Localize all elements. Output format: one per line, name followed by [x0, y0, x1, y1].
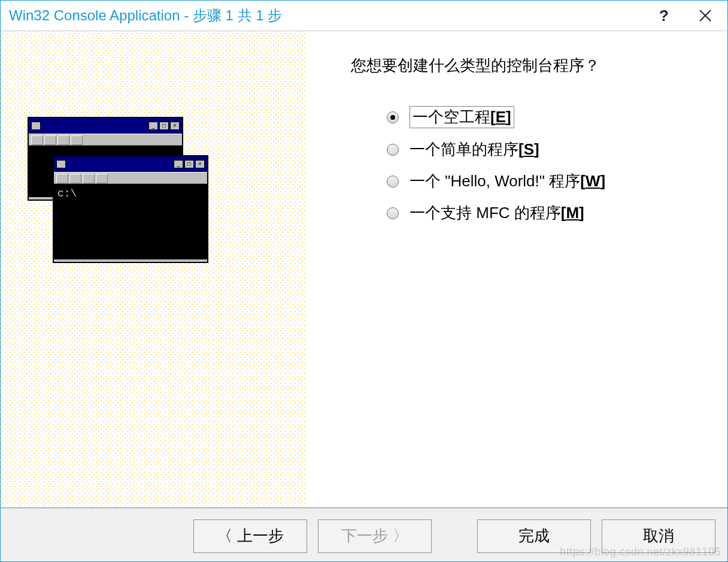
radio-indicator: [387, 176, 399, 188]
cancel-button[interactable]: 取消: [602, 519, 715, 553]
finish-button[interactable]: 完成: [477, 519, 591, 553]
window-controls: ?: [659, 8, 723, 23]
radio-option-empty[interactable]: 一个空工程[E]: [387, 106, 715, 128]
radio-label: 一个简单的程序[S]: [410, 139, 539, 160]
radio-option-simple[interactable]: 一个简单的程序[S]: [387, 139, 715, 160]
wizard-footer: 〈 上一步 下一步 〉 完成 取消 https://blog.csdn.net/…: [1, 508, 727, 562]
wizard-question: 您想要创建什么类型的控制台程序？: [351, 55, 715, 76]
titlebar: Win32 Console Application - 步骤 1 共 1 步 ?: [1, 1, 727, 31]
project-type-radio-group: 一个空工程[E] 一个简单的程序[S] 一个 "Hello, World!" 程…: [351, 106, 715, 223]
radio-label: 一个 "Hello, World!" 程序[W]: [410, 171, 605, 192]
help-button[interactable]: ?: [659, 8, 669, 23]
wizard-content: _□× _□× c:\ 您想要创建什么类型的控制台程序？ 一个空工程[E]: [1, 31, 727, 507]
back-button[interactable]: 〈 上一步: [193, 519, 307, 553]
radio-option-helloworld[interactable]: 一个 "Hello, World!" 程序[W]: [387, 171, 715, 192]
close-button[interactable]: [699, 9, 712, 22]
console-window-front: _□× c:\: [53, 155, 208, 263]
console-prompt: c:\: [57, 188, 77, 200]
illustration-panel: _□× _□× c:\: [1, 31, 306, 507]
radio-label: 一个空工程[E]: [410, 106, 514, 128]
radio-label: 一个支持 MFC 的程序[M]: [410, 203, 584, 223]
radio-option-mfc[interactable]: 一个支持 MFC 的程序[M]: [387, 203, 715, 223]
radio-indicator: [387, 111, 399, 123]
next-button[interactable]: 下一步 〉: [318, 519, 432, 553]
close-icon: [699, 9, 712, 22]
radio-indicator: [387, 144, 399, 156]
chevron-right-icon: 〉: [388, 525, 408, 546]
options-panel: 您想要创建什么类型的控制台程序？ 一个空工程[E] 一个简单的程序[S] 一个 …: [306, 31, 727, 507]
radio-indicator: [387, 207, 399, 219]
window-title: Win32 Console Application - 步骤 1 共 1 步: [9, 6, 282, 25]
chevron-left-icon: 〈: [217, 525, 236, 546]
